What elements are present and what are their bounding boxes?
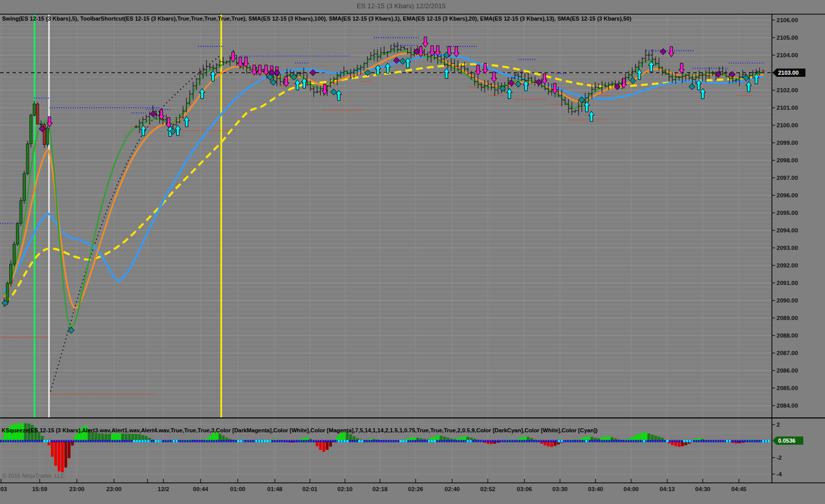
price-axis-label: 2090.00 (777, 297, 798, 304)
price-axis-label: 2093.00 (777, 245, 798, 251)
time-axis-label: 23:00 (69, 486, 84, 492)
time-axis-label: 02:26 (408, 486, 423, 492)
squeeze-axis-label: -4 (777, 471, 782, 477)
time-axis-label: 00:44 (193, 486, 208, 492)
time-axis-label: 02:52 (480, 486, 495, 492)
squeeze-axis-label: -2 (777, 455, 782, 461)
main-panel-indicator-label: Swing(ES 12-15 (3 Kbars),5), ToolbarShor… (2, 15, 632, 22)
price-axis-label: 2101.00 (777, 105, 798, 111)
price-axis-label: 2091.00 (777, 280, 798, 286)
price-axis-label: 2086.00 (777, 367, 798, 374)
time-axis-label: 01:48 (267, 486, 283, 492)
time-axis-label: 02:10 (337, 486, 352, 492)
current-price-marker: 2103.00 (772, 69, 805, 77)
price-axis-label: 2106.00 (777, 17, 798, 23)
time-axis-label: 04:30 (695, 486, 710, 492)
squeeze-value-marker: 0.0536 (772, 436, 803, 445)
price-axis-label: 2084.00 (777, 402, 798, 409)
price-axis-label: 2105.00 (777, 35, 798, 41)
price-axis-label: 2089.00 (777, 315, 798, 321)
ninjatrader-chart-window: 2106.002105.002104.002103.002102.002101.… (0, 0, 825, 504)
price-axis-label: 2099.00 (777, 140, 798, 146)
squeeze-axis-label: 2 (777, 422, 780, 428)
price-axis-label: 2096.00 (777, 192, 798, 198)
window-title: ES 12-15 (3 Kbars) 12/2/2015 (0, 2, 802, 10)
copyright-text: © 2015 NinjaTrader, LLC (2, 473, 64, 479)
price-axis-label: 2087.00 (777, 350, 798, 356)
time-axis-label: 15:59 (32, 486, 47, 492)
time-axis-label: 03:40 (588, 486, 603, 492)
price-axis-label: 2100.00 (777, 122, 798, 128)
time-axis-label: 0:03 (0, 486, 7, 492)
time-axis-label: 01:00 (230, 486, 245, 492)
price-axis-label: 2088.00 (777, 332, 798, 339)
price-axis-label: 2095.00 (777, 210, 798, 216)
time-axis-label: 23:00 (106, 486, 121, 492)
price-axis-label: 2085.00 (777, 385, 798, 391)
time-axis-label: 04:13 (659, 486, 674, 492)
price-axis-label: 2102.00 (777, 87, 798, 93)
price-axis-label: 2098.00 (777, 157, 798, 163)
time-axis-label: 12/2 (158, 486, 169, 492)
time-axis-label: 02:01 (302, 486, 318, 492)
time-axis-label: 02:40 (444, 486, 459, 492)
time-axis-label: 04:45 (731, 486, 747, 492)
price-axis-label: 2097.00 (777, 175, 798, 181)
price-axis-label: 2092.00 (777, 262, 798, 268)
price-axis-label: 2104.00 (777, 52, 798, 58)
price-axis-label: 2094.00 (777, 227, 798, 233)
lower-panel-indicator-label: KSqueeze(ES 12-15 (3 Kbars),Alert3.wav,A… (2, 427, 598, 433)
time-axis-label: 03:30 (552, 486, 567, 492)
time-axis-label: 02:18 (372, 486, 388, 492)
time-axis-label: 04:00 (623, 486, 638, 492)
time-axis-label: 03:06 (517, 486, 532, 492)
